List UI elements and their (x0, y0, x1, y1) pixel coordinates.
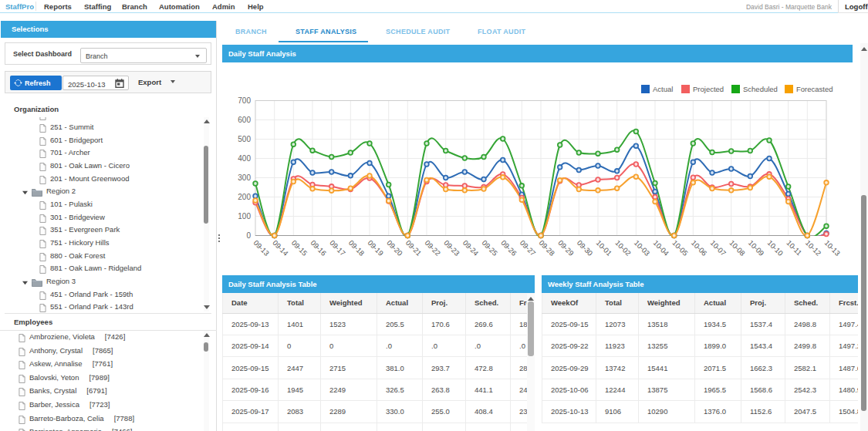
svg-text:10-06: 10-06 (690, 238, 709, 258)
svg-text:700: 700 (238, 96, 251, 105)
svg-text:10-03: 10-03 (633, 238, 652, 258)
svg-text:09-24: 09-24 (461, 238, 481, 258)
svg-text:09-21: 09-21 (404, 238, 424, 258)
svg-text:0: 0 (246, 231, 251, 240)
svg-text:10-01: 10-01 (595, 238, 614, 258)
svg-text:09-14: 09-14 (271, 238, 290, 258)
svg-text:10-04: 10-04 (652, 238, 671, 258)
svg-text:10-05: 10-05 (670, 238, 690, 258)
svg-text:400: 400 (238, 154, 251, 163)
svg-text:09-26: 09-26 (499, 238, 518, 258)
svg-text:09-23: 09-23 (442, 238, 461, 258)
svg-text:09-20: 09-20 (385, 238, 404, 258)
svg-text:100: 100 (238, 212, 251, 221)
svg-text:09-18: 09-18 (347, 238, 366, 258)
svg-text:09-27: 09-27 (518, 238, 538, 258)
svg-text:10-11: 10-11 (785, 238, 803, 257)
svg-text:10-10: 10-10 (766, 238, 785, 258)
svg-text:300: 300 (238, 173, 251, 182)
svg-text:10-09: 10-09 (747, 238, 766, 258)
svg-text:09-13: 09-13 (252, 238, 272, 258)
svg-text:09-19: 09-19 (366, 238, 386, 258)
svg-text:10-07: 10-07 (709, 238, 728, 258)
svg-text:09-16: 09-16 (309, 238, 329, 258)
svg-text:600: 600 (238, 116, 251, 124)
svg-text:09-15: 09-15 (290, 238, 309, 258)
svg-text:500: 500 (238, 135, 251, 143)
svg-text:10-12: 10-12 (804, 238, 823, 258)
svg-text:09-25: 09-25 (481, 238, 500, 258)
svg-text:09-17: 09-17 (328, 238, 347, 258)
svg-text:09-29: 09-29 (556, 238, 576, 258)
svg-text:10-08: 10-08 (728, 238, 747, 258)
svg-text:200: 200 (238, 193, 251, 201)
svg-text:09-28: 09-28 (538, 238, 557, 258)
svg-text:10-13: 10-13 (823, 238, 843, 258)
svg-text:09-22: 09-22 (424, 238, 443, 258)
svg-text:09-30: 09-30 (576, 238, 595, 258)
svg-text:10-02: 10-02 (613, 238, 633, 258)
